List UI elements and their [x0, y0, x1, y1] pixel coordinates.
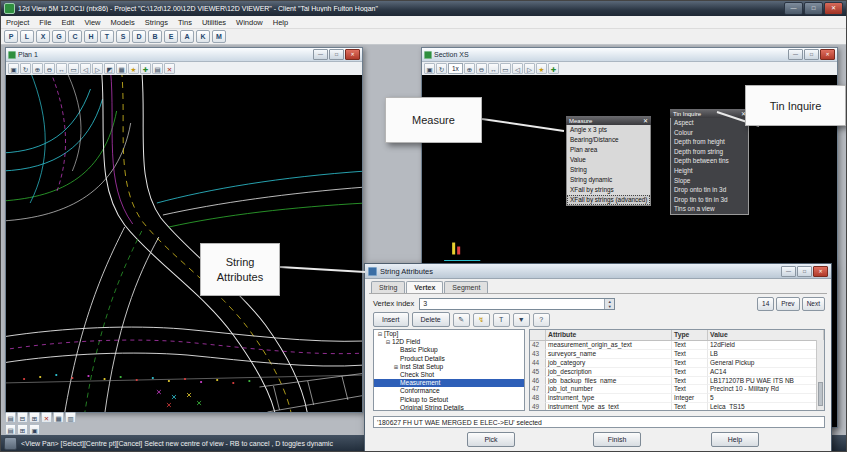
exaggeration-select[interactable]: 1x — [448, 63, 463, 74]
view-menu-icon[interactable]: ▣ — [424, 63, 435, 74]
menu-item-value[interactable]: Value — [567, 155, 650, 165]
expand-icon[interactable]: ⊞ — [392, 363, 400, 371]
zoom-out-icon[interactable]: ⊖ — [476, 63, 487, 74]
menu-file[interactable]: File — [34, 18, 56, 27]
menu-item-depth-from-height[interactable]: Depth from height — [671, 137, 748, 147]
next-view-icon[interactable]: ▷ — [524, 63, 535, 74]
previous-view-icon[interactable]: ◁ — [80, 63, 91, 74]
maximize-button[interactable]: □ — [797, 266, 812, 277]
menu-item-string-dynamic[interactable]: String dynamic — [567, 175, 650, 185]
favourites-icon[interactable]: ★ — [536, 63, 547, 74]
split-icon[interactable]: ▥ — [65, 412, 76, 423]
close-button[interactable]: ✕ — [824, 2, 843, 15]
menu-item-bearing-distance[interactable]: Bearing/Distance — [567, 135, 650, 145]
tree-item[interactable]: Original String Details — [374, 404, 524, 411]
prev-vertex-button[interactable]: Prev — [776, 297, 799, 311]
toolbar-button-a[interactable]: A — [180, 30, 194, 43]
menu-item-depth-from-string[interactable]: Depth from string — [671, 147, 748, 157]
menu-item-tins-on-a-view[interactable]: Tins on a view — [671, 204, 748, 214]
next-vertex-button[interactable]: Next — [802, 297, 825, 311]
dialog-titlebar[interactable]: String Attributes — □ ✕ — [365, 264, 831, 279]
remove-model-icon[interactable]: ✕ — [164, 63, 175, 74]
insert-button[interactable]: Insert — [373, 312, 409, 327]
collapse-icon[interactable]: ⊟ — [376, 330, 384, 338]
menu-item-drop-tin-to-tin-in-3d[interactable]: Drop tin to tin in 3d — [671, 195, 748, 205]
grid-icon[interactable]: ▦ — [116, 63, 127, 74]
pan-icon[interactable]: ↔ — [56, 63, 67, 74]
minimize-button[interactable]: — — [781, 266, 796, 277]
menu-edit[interactable]: Edit — [56, 18, 79, 27]
menu-strings[interactable]: Strings — [140, 18, 173, 27]
toolbar-button-e[interactable]: E — [164, 30, 178, 43]
tree-item[interactable]: ⊞Inst Stat Setup — [374, 363, 524, 371]
expand-icon[interactable]: ⊞ — [29, 412, 40, 423]
toolbar-button-h[interactable]: H — [84, 30, 98, 43]
panel-icon[interactable]: ▤ — [5, 412, 16, 423]
minimize-button[interactable]: — — [788, 49, 803, 60]
header-type[interactable]: Type — [672, 330, 708, 340]
layers-icon[interactable]: ▤ — [152, 63, 163, 74]
menu-item-colour[interactable]: Colour — [671, 128, 748, 138]
flash-icon[interactable]: ↯ — [473, 313, 490, 327]
text-filter-icon[interactable]: T — [493, 313, 510, 327]
next-view-icon[interactable]: ▷ — [92, 63, 103, 74]
table-row[interactable]: 46job_backup_files_nameTextLB171207B PU … — [530, 377, 824, 386]
toolbar-button-x[interactable]: X — [36, 30, 50, 43]
refresh-icon[interactable]: ↻ — [436, 63, 447, 74]
menu-item-slope[interactable]: Slope — [671, 176, 748, 186]
pick-button[interactable]: Pick — [467, 432, 515, 447]
close-icon[interactable]: ✕ — [41, 412, 52, 423]
status-bar-icon[interactable] — [4, 437, 17, 450]
tree-item-measurement-selected[interactable]: Measurement — [374, 379, 524, 387]
menu-utilities[interactable]: Utilities — [197, 18, 231, 27]
tree-item[interactable]: Check Shot — [374, 371, 524, 379]
finish-button[interactable]: Finish — [593, 432, 641, 447]
table-row[interactable]: 44job_categoryTextGeneral Pickup — [530, 359, 824, 368]
pan-icon[interactable]: ↔ — [488, 63, 499, 74]
menu-item-xfall-by-strings-advanced[interactable]: XFall by strings (advanced) — [567, 195, 650, 205]
collapse-icon[interactable]: ⊟ — [384, 338, 392, 346]
toolbar-button-b[interactable]: B — [148, 30, 162, 43]
window-menu-icon[interactable] — [8, 51, 16, 59]
toolbar-button-m[interactable]: M — [212, 30, 226, 43]
tin-inquire-menu-titlebar[interactable]: Tin Inquire ✕ — [670, 109, 749, 118]
grid-icon[interactable]: ▦ — [53, 412, 64, 423]
refresh-icon[interactable]: ↻ — [20, 63, 31, 74]
collapse-icon[interactable]: ⊟ — [17, 412, 28, 423]
tab-vertex[interactable]: Vertex — [406, 281, 443, 293]
tree-item[interactable]: Basic Pickup — [374, 346, 524, 354]
minimize-button[interactable]: — — [313, 49, 328, 60]
tree-item[interactable]: Pickup to Setout — [374, 396, 524, 404]
menu-item-aspect[interactable]: Aspect — [671, 118, 748, 128]
header-attribute[interactable]: Attribute — [546, 330, 672, 340]
toolbar-button-t[interactable]: T — [100, 30, 114, 43]
menu-tins[interactable]: Tins — [173, 18, 197, 27]
tree-item[interactable]: Product Details — [374, 355, 524, 363]
add-model-icon[interactable]: ✚ — [548, 63, 559, 74]
menu-item-string[interactable]: String — [567, 165, 650, 175]
zoom-in-icon[interactable]: ⊕ — [32, 63, 43, 74]
menu-item-angle-x-3-pts[interactable]: Angle x 3 pts — [567, 125, 650, 135]
zoom-window-icon[interactable]: ▭ — [500, 63, 511, 74]
previous-view-icon[interactable]: ◁ — [512, 63, 523, 74]
toolbar-button-s[interactable]: S — [116, 30, 130, 43]
vertex-index-spinner[interactable]: ▲ ▼ — [604, 299, 614, 309]
maximize-button[interactable]: □ — [804, 2, 823, 15]
scrollbar-thumb[interactable] — [818, 382, 823, 406]
plan-canvas[interactable] — [6, 75, 362, 412]
close-icon[interactable]: ✕ — [345, 49, 360, 60]
toolbar-button-k[interactable]: K — [196, 30, 210, 43]
toolbar-button-g[interactable]: G — [52, 30, 66, 43]
menu-item-xfall-by-strings[interactable]: XFall by strings — [567, 185, 650, 195]
toolbar-button-d[interactable]: D — [132, 30, 146, 43]
delete-button[interactable]: Delete — [412, 312, 450, 327]
table-row[interactable]: 45job_descriptionTextAC14 — [530, 368, 824, 377]
menu-window[interactable]: Window — [231, 18, 268, 27]
selected-string-field[interactable]: '180627 FH UT WAE MERGED E ELEC->EU' sel… — [373, 416, 825, 428]
toolbar-button-c[interactable]: C — [68, 30, 82, 43]
table-row[interactable]: 47job_lot_numberTextPrecinct 10 - Milita… — [530, 385, 824, 394]
vertex-count-button[interactable]: 14 — [757, 297, 774, 311]
table-row[interactable]: 42measurement_origin_as_textText12dField — [530, 341, 824, 350]
maximize-button[interactable]: □ — [804, 49, 819, 60]
menu-view[interactable]: View — [79, 18, 105, 27]
